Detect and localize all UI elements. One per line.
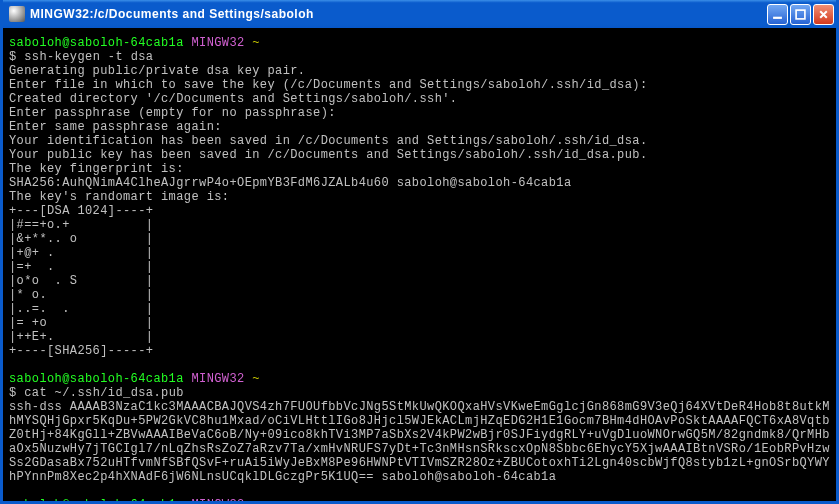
output-line: Enter passphrase (empty for no passphras…	[9, 106, 830, 120]
titlebar[interactable]: MINGW32:/c/Documents and Settings/sabolo…	[3, 0, 836, 28]
prompt-line: saboloh@saboloh-64cab1a MINGW32 ~	[9, 498, 830, 501]
command-line: $ ssh-keygen -t dsa	[9, 50, 830, 64]
prompt-cwd: ~	[252, 498, 260, 501]
command-line: $ cat ~/.ssh/id_dsa.pub	[9, 386, 830, 400]
output-line: Created directory '/c/Documents and Sett…	[9, 92, 830, 106]
close-button[interactable]	[813, 4, 834, 25]
output-line: |++E+. |	[9, 330, 830, 344]
minimize-button[interactable]	[767, 4, 788, 25]
output-line: SHA256:AuhQNimA4ClheAJgrrwP4o+OEpmYB3FdM…	[9, 176, 830, 190]
output-line: +----[SHA256]-----+	[9, 344, 830, 358]
output-line: |..=. . |	[9, 302, 830, 316]
prompt-user: saboloh@saboloh-64cab1a	[9, 36, 184, 50]
output-line: |=+ . |	[9, 260, 830, 274]
minimize-icon	[772, 9, 783, 20]
output-line: Your identification has been saved in /c…	[9, 134, 830, 148]
output-line: |o*o . S |	[9, 274, 830, 288]
pubkey-output: ssh-dss AAAAB3NzaC1kc3MAAACBAJQVS4zh7FUO…	[9, 400, 830, 484]
output-line: |* o. |	[9, 288, 830, 302]
blank-line	[9, 358, 830, 372]
prompt-system: MINGW32	[191, 498, 244, 501]
output-line: Generating public/private dsa key pair.	[9, 64, 830, 78]
prompt-sigil: $	[9, 50, 17, 64]
prompt-line: saboloh@saboloh-64cab1a MINGW32 ~	[9, 372, 830, 386]
blank-line	[9, 484, 830, 498]
output-line: The key's randomart image is:	[9, 190, 830, 204]
prompt-system: MINGW32	[191, 372, 244, 386]
prompt-cwd: ~	[252, 36, 260, 50]
command-text: ssh-keygen -t dsa	[24, 50, 153, 64]
maximize-button[interactable]	[790, 4, 811, 25]
output-line: Your public key has been saved in /c/Doc…	[9, 148, 830, 162]
output-block-1: Generating public/private dsa key pair.E…	[9, 64, 830, 358]
maximize-icon	[795, 9, 806, 20]
prompt-cwd: ~	[252, 372, 260, 386]
svg-rect-1	[796, 10, 805, 19]
window-title: MINGW32:/c/Documents and Settings/sabolo…	[30, 7, 767, 21]
output-line: |#==+o.+ |	[9, 218, 830, 232]
svg-rect-0	[773, 16, 782, 18]
prompt-user: saboloh@saboloh-64cab1a	[9, 498, 184, 501]
command-text: cat ~/.ssh/id_dsa.pub	[24, 386, 184, 400]
output-line: |+@+ . |	[9, 246, 830, 260]
prompt-sigil: $	[9, 386, 17, 400]
prompt-line: saboloh@saboloh-64cab1a MINGW32 ~	[9, 36, 830, 50]
output-line: Enter file in which to save the key (/c/…	[9, 78, 830, 92]
app-icon	[9, 6, 25, 22]
prompt-system: MINGW32	[191, 36, 244, 50]
output-line: The key fingerprint is:	[9, 162, 830, 176]
terminal-area[interactable]: saboloh@saboloh-64cab1a MINGW32 ~$ ssh-k…	[3, 28, 836, 501]
output-line: +---[DSA 1024]----+	[9, 204, 830, 218]
output-line: Enter same passphrase again:	[9, 120, 830, 134]
window-controls	[767, 4, 834, 25]
output-line: |&+**.. o |	[9, 232, 830, 246]
close-icon	[818, 9, 829, 20]
output-line: |= +o |	[9, 316, 830, 330]
app-window: MINGW32:/c/Documents and Settings/sabolo…	[0, 0, 839, 504]
prompt-user: saboloh@saboloh-64cab1a	[9, 372, 184, 386]
